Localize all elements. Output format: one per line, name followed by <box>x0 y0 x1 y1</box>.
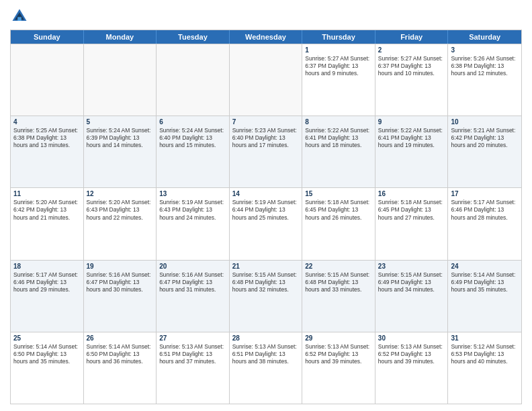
day-number: 2 <box>378 46 445 54</box>
day-number: 10 <box>451 118 519 126</box>
calendar-week-2: 4Sunrise: 5:25 AM Sunset: 6:38 PM Daylig… <box>11 116 521 187</box>
day-info: Sunrise: 5:12 AM Sunset: 6:53 PM Dayligh… <box>451 343 519 365</box>
day-info: Sunrise: 5:25 AM Sunset: 6:38 PM Dayligh… <box>13 127 81 149</box>
day-info: Sunrise: 5:15 AM Sunset: 6:48 PM Dayligh… <box>232 271 300 293</box>
day-cell-29: 29Sunrise: 5:13 AM Sunset: 6:52 PM Dayli… <box>302 332 375 404</box>
day-info: Sunrise: 5:14 AM Sunset: 6:50 PM Dayligh… <box>13 343 81 365</box>
day-number: 25 <box>13 334 81 342</box>
day-cell-5: 5Sunrise: 5:24 AM Sunset: 6:39 PM Daylig… <box>84 116 157 187</box>
day-number: 19 <box>87 263 154 270</box>
logo-icon <box>10 7 29 26</box>
day-number: 22 <box>305 263 372 270</box>
header-day-saturday: Saturday <box>448 30 521 44</box>
day-cell-1: 1Sunrise: 5:27 AM Sunset: 6:37 PM Daylig… <box>302 44 375 116</box>
calendar-week-5: 25Sunrise: 5:14 AM Sunset: 6:50 PM Dayli… <box>11 332 521 404</box>
day-info: Sunrise: 5:13 AM Sunset: 6:51 PM Dayligh… <box>232 343 300 365</box>
header-day-monday: Monday <box>84 30 157 44</box>
day-info: Sunrise: 5:19 AM Sunset: 6:43 PM Dayligh… <box>159 199 226 221</box>
day-cell-19: 19Sunrise: 5:16 AM Sunset: 6:47 PM Dayli… <box>84 261 157 332</box>
day-number: 6 <box>159 118 226 126</box>
day-cell-13: 13Sunrise: 5:19 AM Sunset: 6:43 PM Dayli… <box>157 188 230 259</box>
logo <box>10 7 32 26</box>
day-cell-11: 11Sunrise: 5:20 AM Sunset: 6:42 PM Dayli… <box>11 188 84 259</box>
day-info: Sunrise: 5:22 AM Sunset: 6:41 PM Dayligh… <box>378 127 445 149</box>
day-cell-6: 6Sunrise: 5:24 AM Sunset: 6:40 PM Daylig… <box>157 116 230 187</box>
day-info: Sunrise: 5:13 AM Sunset: 6:52 PM Dayligh… <box>305 343 372 365</box>
day-cell-2: 2Sunrise: 5:27 AM Sunset: 6:37 PM Daylig… <box>375 44 449 116</box>
day-info: Sunrise: 5:16 AM Sunset: 6:47 PM Dayligh… <box>87 271 154 293</box>
day-number: 23 <box>378 263 445 270</box>
day-cell-16: 16Sunrise: 5:18 AM Sunset: 6:45 PM Dayli… <box>375 188 449 259</box>
day-cell-9: 9Sunrise: 5:22 AM Sunset: 6:41 PM Daylig… <box>375 116 449 187</box>
day-number: 28 <box>232 334 300 342</box>
day-number: 27 <box>159 334 226 342</box>
day-info: Sunrise: 5:24 AM Sunset: 6:39 PM Dayligh… <box>87 127 154 149</box>
day-number: 4 <box>13 118 81 126</box>
day-info: Sunrise: 5:15 AM Sunset: 6:49 PM Dayligh… <box>378 271 445 293</box>
day-info: Sunrise: 5:15 AM Sunset: 6:48 PM Dayligh… <box>305 271 372 293</box>
calendar-header: SundayMondayTuesdayWednesdayThursdayFrid… <box>11 30 521 44</box>
header-day-wednesday: Wednesday <box>230 30 303 44</box>
day-number: 16 <box>378 190 445 197</box>
day-info: Sunrise: 5:19 AM Sunset: 6:44 PM Dayligh… <box>232 199 300 221</box>
day-cell-24: 24Sunrise: 5:14 AM Sunset: 6:49 PM Dayli… <box>448 261 521 332</box>
day-info: Sunrise: 5:17 AM Sunset: 6:46 PM Dayligh… <box>451 199 519 221</box>
day-info: Sunrise: 5:26 AM Sunset: 6:38 PM Dayligh… <box>451 55 519 77</box>
day-cell-18: 18Sunrise: 5:17 AM Sunset: 6:46 PM Dayli… <box>11 261 84 332</box>
calendar-body: 1Sunrise: 5:27 AM Sunset: 6:37 PM Daylig… <box>11 44 521 404</box>
day-info: Sunrise: 5:14 AM Sunset: 6:49 PM Dayligh… <box>451 271 519 293</box>
header <box>10 7 522 26</box>
day-info: Sunrise: 5:18 AM Sunset: 6:45 PM Dayligh… <box>305 199 372 221</box>
day-number: 1 <box>305 46 372 54</box>
calendar: SundayMondayTuesdayWednesdayThursdayFrid… <box>10 30 522 404</box>
empty-cell <box>230 44 303 116</box>
day-cell-8: 8Sunrise: 5:22 AM Sunset: 6:41 PM Daylig… <box>302 116 375 187</box>
day-info: Sunrise: 5:13 AM Sunset: 6:52 PM Dayligh… <box>378 343 445 365</box>
day-cell-20: 20Sunrise: 5:16 AM Sunset: 6:47 PM Dayli… <box>157 261 230 332</box>
day-info: Sunrise: 5:20 AM Sunset: 6:42 PM Dayligh… <box>13 199 81 221</box>
day-info: Sunrise: 5:13 AM Sunset: 6:51 PM Dayligh… <box>159 343 226 365</box>
header-day-sunday: Sunday <box>11 30 84 44</box>
day-number: 24 <box>451 263 519 270</box>
day-info: Sunrise: 5:20 AM Sunset: 6:43 PM Dayligh… <box>87 199 154 221</box>
day-info: Sunrise: 5:23 AM Sunset: 6:40 PM Dayligh… <box>232 127 300 149</box>
calendar-week-1: 1Sunrise: 5:27 AM Sunset: 6:37 PM Daylig… <box>11 44 521 116</box>
day-number: 30 <box>378 334 445 342</box>
day-number: 31 <box>451 334 519 342</box>
calendar-week-3: 11Sunrise: 5:20 AM Sunset: 6:42 PM Dayli… <box>11 187 521 259</box>
day-number: 14 <box>232 190 300 197</box>
day-number: 3 <box>451 46 519 54</box>
day-number: 9 <box>378 118 445 126</box>
day-cell-28: 28Sunrise: 5:13 AM Sunset: 6:51 PM Dayli… <box>230 332 303 404</box>
day-cell-22: 22Sunrise: 5:15 AM Sunset: 6:48 PM Dayli… <box>302 261 375 332</box>
header-day-tuesday: Tuesday <box>157 30 230 44</box>
day-cell-21: 21Sunrise: 5:15 AM Sunset: 6:48 PM Dayli… <box>230 261 303 332</box>
day-number: 7 <box>232 118 300 126</box>
day-cell-3: 3Sunrise: 5:26 AM Sunset: 6:38 PM Daylig… <box>448 44 521 116</box>
day-cell-30: 30Sunrise: 5:13 AM Sunset: 6:52 PM Dayli… <box>375 332 449 404</box>
calendar-week-4: 18Sunrise: 5:17 AM Sunset: 6:46 PM Dayli… <box>11 260 521 332</box>
day-number: 26 <box>87 334 154 342</box>
empty-cell <box>84 44 157 116</box>
day-number: 20 <box>159 263 226 270</box>
page: SundayMondayTuesdayWednesdayThursdayFrid… <box>0 0 532 411</box>
day-cell-14: 14Sunrise: 5:19 AM Sunset: 6:44 PM Dayli… <box>230 188 303 259</box>
svg-rect-2 <box>17 17 21 21</box>
day-cell-15: 15Sunrise: 5:18 AM Sunset: 6:45 PM Dayli… <box>302 188 375 259</box>
day-number: 8 <box>305 118 372 126</box>
day-cell-10: 10Sunrise: 5:21 AM Sunset: 6:42 PM Dayli… <box>448 116 521 187</box>
day-cell-7: 7Sunrise: 5:23 AM Sunset: 6:40 PM Daylig… <box>230 116 303 187</box>
day-number: 12 <box>87 190 154 197</box>
day-cell-27: 27Sunrise: 5:13 AM Sunset: 6:51 PM Dayli… <box>157 332 230 404</box>
day-cell-25: 25Sunrise: 5:14 AM Sunset: 6:50 PM Dayli… <box>11 332 84 404</box>
day-number: 29 <box>305 334 372 342</box>
day-cell-4: 4Sunrise: 5:25 AM Sunset: 6:38 PM Daylig… <box>11 116 84 187</box>
day-cell-12: 12Sunrise: 5:20 AM Sunset: 6:43 PM Dayli… <box>84 188 157 259</box>
header-day-thursday: Thursday <box>302 30 375 44</box>
day-cell-17: 17Sunrise: 5:17 AM Sunset: 6:46 PM Dayli… <box>448 188 521 259</box>
day-cell-31: 31Sunrise: 5:12 AM Sunset: 6:53 PM Dayli… <box>448 332 521 404</box>
day-info: Sunrise: 5:18 AM Sunset: 6:45 PM Dayligh… <box>378 199 445 221</box>
day-number: 15 <box>305 190 372 197</box>
empty-cell <box>157 44 230 116</box>
day-info: Sunrise: 5:27 AM Sunset: 6:37 PM Dayligh… <box>378 55 445 77</box>
